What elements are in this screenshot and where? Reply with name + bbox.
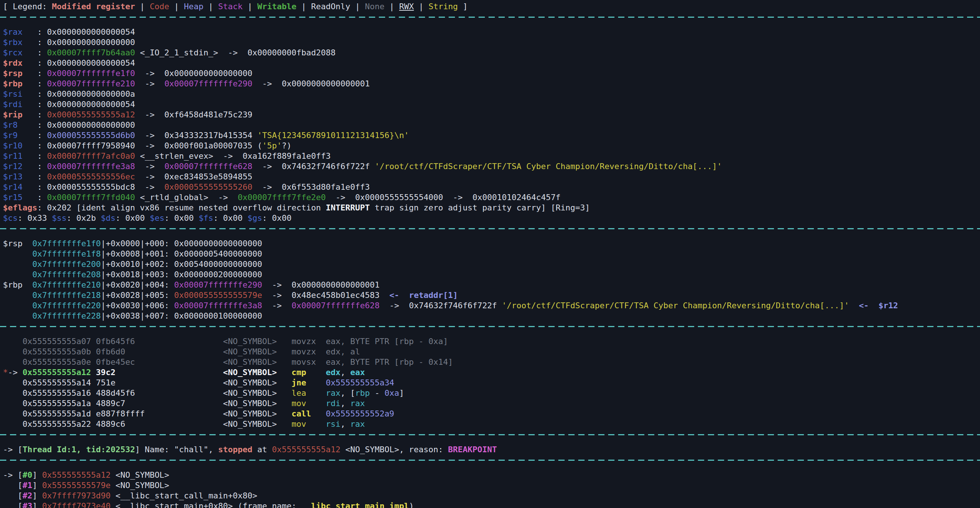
text-segment-w: -> 0xf6458d481e75c239 [135,110,253,119]
text-segment-mg: Stack [218,2,243,11]
text-segment-w: - [370,388,384,398]
trace-frame-3: [#3] 0x7ffff7973e40 <__libc_start_main+0… [3,501,980,508]
text-segment-ylb: call [291,409,326,418]
section-separator-dashes [0,460,980,461]
text-segment-w: |+0x0010|+002: 0x0054000000000000 [101,260,262,269]
text-segment-w [277,368,292,377]
text-segment-gy: 0x555555555a07 0fb645f6 <NO_SYMBOL> movz… [3,337,448,346]
text-segment-w: -> [135,79,164,88]
text-segment-w [3,260,32,269]
text-segment-w [3,311,32,321]
text-segment-cy: rdi [326,399,340,408]
text-segment-w: : [22,193,47,202]
code-section: 0x555555555a07 0fb645f6 <NO_SYMBOL> movz… [3,337,980,429]
text-segment-w: -> [ [3,445,22,454]
text-segment-w: $rbp [3,280,32,289]
separator-5-section [0,460,980,470]
register-r10: $r10 : 0x00007ffff7958940 -> 0x000f001a0… [3,141,980,151]
text-segment-w: <__libc_start_main+0x80> (frame name: [110,502,301,508]
register-r12: $r12 : 0x00007fffffffe3a8 -> 0x00007ffff… [3,161,980,171]
text-segment-cy: 0x7fffffffe208 [32,270,100,279]
text-segment-w: | [135,2,150,11]
text-segment-rd: 0x55555555579e [42,481,110,490]
text-segment-bl: $rax [3,27,22,37]
text-segment-ylb: jne [291,378,326,387]
text-segment-cy: 0x7fffffffe210 [32,280,100,289]
text-segment-w: : [22,79,47,88]
threads-section: -> [Thread Id:1, tid:202532] Name: "chal… [3,444,980,455]
text-segment-mg: 0x00007fffffffe1f0 [47,69,135,78]
text-segment-w: <_rtld_global> -> [135,193,238,202]
asm-line-0x555555555a0b: 0x555555555a0b 0fb6d0 <NO_SYMBOL> movzx … [3,347,980,357]
separator-3-section [0,326,980,337]
asm-line-0x555555555a14: 0x555555555a14 751e <NO_SYMBOL> jne 0x55… [3,378,980,388]
text-segment-cy: 0x7fffffffe200 [32,260,100,269]
text-segment-cy: 0x7fffffffe228 [32,311,100,321]
separator-1-section [0,17,980,27]
text-segment-rd: 0x7ffff7973e40 [42,502,110,508]
text-segment-rd: 0x0000555555555260 [164,183,252,192]
text-segment-yl: 'TSA{1234567891011121314156}\n' [258,131,409,140]
text-segment-w: -> 0xec834853e5894855 [135,172,253,181]
legend-line: [ Legend: Modified register | Code | Hea… [3,2,980,12]
text-segment-bl: $r9 [3,131,18,140]
text-segment-yl: '/root/ctf/CTFdScraper/CTF/TSA Cyber Cha… [502,301,849,310]
asm-line-0x555555555a0e: 0x555555555a0e 0fbe45ec <NO_SYMBOL> movs… [3,357,980,367]
text-segment-bl: $rcx [3,48,22,57]
register-r13: $r13 : 0x00005555555556ec -> 0xec834853e… [3,171,980,182]
text-segment-gn: 0x00007ffff7b64aa0 [47,48,135,57]
register-r15: $r15 : 0x00007ffff7ffd040 <_rtld_global>… [3,192,980,203]
register-rsi: $rsi : 0x000000000000000a [3,89,980,99]
text-segment-bl: $fs [199,213,213,222]
text-segment-w: | [350,2,365,11]
register-r9: $r9 : 0x000055555555d6b0 -> 0x343332317b… [3,130,980,141]
text-segment-yl: lea [291,388,326,398]
text-segment-w: ] [399,388,404,398]
text-segment-gnb: 0x555555555a12 [22,368,91,377]
text-segment-gn: 0x00007ffff7ffe2e0 [238,193,326,202]
text-segment-lg: Thread Id:1, tid:202532 [22,445,135,454]
text-segment-gy: None [365,2,384,11]
text-segment-cyb: edx [326,368,340,377]
text-segment-w: <_IO_2_1_stdin_> -> 0x00000000fbad2088 [135,48,336,57]
stack-row-001: 0x7fffffffe1f8|+0x0008|+001: 0x000000540… [3,249,980,259]
text-segment-w: <NO_SYMBOL> [110,470,169,479]
text-segment-w: | [169,2,184,11]
text-segment-w: , [340,419,350,429]
text-segment-rd: 0x555555555a12 [42,470,110,479]
text-segment-w: 0x000000000000000a [47,89,135,98]
text-segment-w: | [414,2,429,11]
text-segment-w: , [340,368,350,377]
text-segment-w: -> 0x0000000000000001 [262,280,380,289]
text-segment-bl: $ds [101,213,116,222]
stack-row-003: 0x7fffffffe208|+0x0018|+003: 0x000000020… [3,270,980,280]
asm-line-0x555555555a07: 0x555555555a07 0fb645f6 <NO_SYMBOL> movz… [3,337,980,347]
text-segment-mg: 0x00007fffffffe290 [164,79,252,88]
text-segment-w: : [22,172,47,181]
separator-2-section [0,228,980,238]
text-segment-w: [ [3,502,22,508]
text-segment-w: : [22,151,47,160]
text-segment-w: : [22,141,47,150]
text-segment-w: 0x0000000000000000 [47,121,135,130]
stack-row-006: 0x7fffffffe220|+0x0030|+006: 0x00007ffff… [3,300,980,311]
text-segment-bl: $rbx [3,38,22,47]
text-segment-w: ) [409,502,414,508]
text-segment-sm: $rip [3,110,22,119]
text-segment-mgb: #1 [22,481,32,490]
text-segment-bl: $r12 [3,162,22,171]
text-segment-w: <__strlen_evex> -> 0xa162f889fa1e0ff3 [135,151,331,160]
text-segment-w: 0x555555555a16 488d45f6 <NO_SYMBOL> [3,388,291,398]
text-segment-w: ] [32,502,42,508]
text-segment-rd: 0x00007ffff7afc0a0 [47,151,135,160]
text-segment-yl: mov [291,399,326,408]
section-separator-dashes [0,17,980,18]
text-segment-w: |+0x0000|+000: 0x0000000000000000 [101,239,262,248]
text-segment-cy: 0x7fffffffe220 [32,301,100,310]
text-segment-w: | [243,2,258,11]
trace-section: -> [#0] 0x555555555a12 <NO_SYMBOL> [#1] … [3,470,980,508]
text-segment-w: 0x00007ffff7958940 -> 0x000f001a00007035… [47,141,262,150]
text-segment-ylu: __libc_start_main_impl [301,502,409,508]
text-segment-bl: $cs [3,213,18,222]
text-segment-w: 0x0000000000000054 [47,27,135,37]
